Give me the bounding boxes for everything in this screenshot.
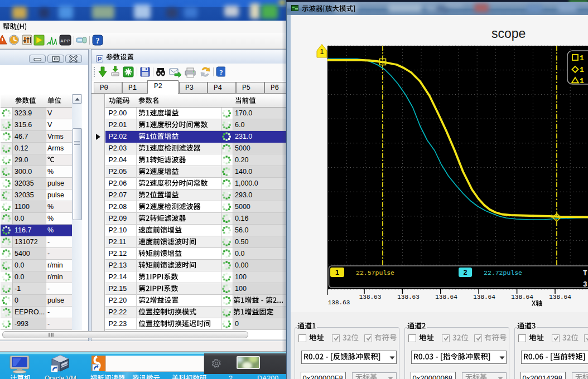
svg-text:138.63: 138.63 <box>397 294 420 300</box>
svg-text:1: 1 <box>580 77 584 85</box>
svg-text:22.57pulse: 22.57pulse <box>356 269 394 276</box>
svg-text:138.63: 138.63 <box>359 294 382 300</box>
svg-text:138.64: 138.64 <box>435 294 457 300</box>
svg-text:1: 1 <box>580 66 584 74</box>
svg-text:138.64: 138.64 <box>549 294 571 300</box>
svg-text:1: 1 <box>580 54 584 62</box>
svg-text:3: 3 <box>583 281 587 289</box>
svg-text:1: 1 <box>320 48 324 56</box>
svg-text:138.63: 138.63 <box>328 299 350 306</box>
svg-text:?: ? <box>96 37 100 45</box>
svg-text:2: 2 <box>464 269 467 276</box>
svg-text:1: 1 <box>335 269 339 276</box>
svg-text:?: ? <box>219 68 223 76</box>
svg-text:T: T <box>583 270 587 278</box>
svg-text:138.64: 138.64 <box>473 294 495 300</box>
svg-text:138.64: 138.64 <box>511 294 533 300</box>
svg-text:22.72pulse: 22.72pulse <box>484 269 522 276</box>
svg-text:APP: APP <box>60 38 70 43</box>
